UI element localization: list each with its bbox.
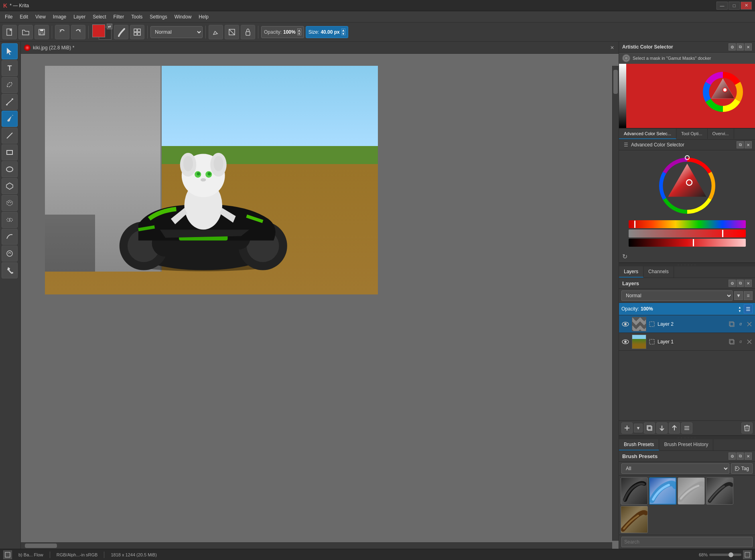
size-up-button[interactable]: ▲ — [341, 28, 345, 32]
fill-tool-button[interactable] — [2, 262, 18, 278]
color-triangle-wheel[interactable] — [655, 154, 719, 218]
move-layer-up-button[interactable] — [669, 422, 680, 434]
adv-color-float-btn[interactable]: ⧉ — [737, 141, 744, 148]
select-shapes-button[interactable] — [130, 25, 144, 39]
open-document-button[interactable] — [18, 25, 33, 39]
acs-color-wheel-container[interactable] — [619, 64, 755, 128]
adv-color-close-btn[interactable]: ✕ — [745, 141, 752, 148]
bp-preset-item-1[interactable] — [621, 477, 648, 505]
statusbar-canvas-btn[interactable] — [743, 550, 752, 559]
layer-2-name[interactable]: Layer 2 — [658, 321, 726, 327]
layers-settings-btn[interactable]: ⚙ — [729, 280, 736, 287]
tab-tool-options[interactable]: Tool Opti... — [676, 129, 708, 139]
layer-row-2[interactable]: Layer 2 α — [619, 315, 755, 333]
bp-preset-item-5[interactable] — [621, 506, 648, 533]
layers-opacity-down[interactable]: ▼ — [738, 309, 742, 312]
layer-1-delete-btn[interactable] — [745, 338, 753, 346]
tab-advanced-color[interactable]: Advanced Color Selec... — [619, 129, 676, 139]
canvas-viewport[interactable] — [21, 54, 619, 549]
color-refresh-button[interactable]: ↻ — [622, 253, 630, 261]
new-document-button[interactable] — [2, 25, 17, 39]
close-button[interactable]: ✕ — [741, 2, 752, 10]
polygon-tool-button[interactable] — [2, 178, 18, 194]
bp-tab-presets[interactable]: Brush Presets — [619, 439, 659, 450]
alpha-lock-button[interactable] — [241, 25, 255, 39]
layers-float-btn[interactable]: ⧉ — [737, 280, 744, 287]
delete-layer-button[interactable] — [741, 422, 753, 434]
canvas-image[interactable] — [45, 66, 378, 294]
line-tool-button[interactable] — [2, 128, 18, 144]
canvas-close-button[interactable]: ✕ — [609, 45, 615, 51]
layer-1-alpha-btn[interactable]: α — [737, 338, 745, 346]
blend-mode-select[interactable]: Normal Multiply Screen Overlay — [150, 26, 203, 38]
preserve-alpha-button[interactable] — [225, 25, 239, 39]
menu-settings[interactable]: Settings — [146, 13, 170, 21]
hue-slider[interactable] — [629, 220, 746, 228]
path-tool-button[interactable] — [2, 94, 18, 110]
bp-settings-btn[interactable]: ⚙ — [729, 452, 736, 460]
undo-button[interactable] — [55, 25, 69, 39]
zoom-slider[interactable] — [709, 554, 741, 556]
duplicate-layer-button[interactable] — [644, 422, 655, 434]
acs-value-strip[interactable] — [619, 64, 626, 128]
acs-close-button[interactable]: ✕ — [745, 43, 752, 51]
layer-2-copy-btn[interactable] — [728, 320, 736, 328]
select-tool-button[interactable] — [2, 43, 18, 59]
bp-float-btn[interactable]: ⧉ — [737, 452, 744, 460]
bp-search-input[interactable] — [621, 537, 753, 547]
bp-preset-item-3[interactable] — [678, 477, 705, 505]
menu-filter[interactable]: Filter — [110, 13, 128, 21]
layer-1-copy-btn[interactable] — [728, 338, 736, 346]
swap-colors-button[interactable]: ⇄ — [107, 24, 112, 29]
layers-opacity-value[interactable]: 100% — [641, 306, 653, 312]
opacity-up-button[interactable]: ▲ — [297, 28, 301, 32]
layers-tab-channels[interactable]: Channels — [643, 266, 674, 278]
zoom-thumb[interactable] — [729, 552, 733, 557]
smart-patch-button[interactable] — [2, 246, 18, 262]
size-down-button[interactable]: ▼ — [341, 32, 345, 35]
brush-tool-button[interactable] — [2, 111, 18, 127]
text-tool-button[interactable]: T — [2, 60, 18, 76]
layers-tab-layers[interactable]: Layers — [619, 266, 643, 278]
layer-2-visibility-btn[interactable] — [621, 319, 630, 329]
add-layer-dropdown-btn[interactable]: ▼ — [634, 424, 643, 432]
ellipse-tool-button[interactable] — [2, 161, 18, 177]
acs-float-button[interactable]: ⧉ — [737, 43, 744, 51]
panel-resize-handle-2[interactable]: · · · · · · — [619, 436, 755, 439]
freehand-select-button[interactable] — [2, 77, 18, 93]
scroll-thumb-vertical[interactable] — [613, 70, 618, 94]
bp-tab-history[interactable]: Brush Preset History — [659, 439, 713, 450]
canvas-tab-title[interactable]: kiki.jpg (22.8 MiB) * — [33, 45, 74, 51]
layer-properties-button[interactable] — [681, 422, 692, 434]
statusbar-canvas-icon[interactable] — [3, 550, 12, 559]
rectangle-tool-button[interactable] — [2, 144, 18, 160]
layer-2-alpha-btn[interactable]: α — [737, 320, 745, 328]
saturation-slider[interactable] — [629, 229, 746, 237]
bp-preset-item-2[interactable] — [649, 477, 676, 505]
menu-select[interactable]: Select — [89, 13, 109, 21]
value-slider-handle[interactable] — [693, 239, 694, 246]
menu-file[interactable]: File — [2, 13, 16, 21]
opacity-value[interactable]: 100% — [283, 29, 296, 35]
layer-1-name[interactable]: Layer 1 — [658, 339, 726, 345]
size-value[interactable]: 40.00 px — [321, 29, 339, 35]
brush-tip-button[interactable] — [114, 25, 128, 39]
layers-opacity-extra-btn[interactable]: ☰ — [744, 304, 753, 313]
value-slider[interactable] — [629, 239, 746, 247]
layers-opacity-up[interactable]: ▲ — [738, 306, 742, 309]
foreground-color-swatch[interactable] — [92, 24, 105, 37]
layers-close-btn[interactable]: ✕ — [745, 280, 752, 287]
opacity-down-button[interactable]: ▼ — [297, 32, 301, 35]
canvas-scroll-horizontal[interactable] — [21, 542, 612, 549]
menu-edit[interactable]: Edit — [16, 13, 31, 21]
layer-2-delete-btn[interactable] — [745, 320, 753, 328]
save-document-button[interactable] — [35, 25, 49, 39]
saturation-slider-handle[interactable] — [722, 230, 723, 237]
layers-filter-btn[interactable]: ▼ — [734, 291, 743, 300]
menu-image[interactable]: Image — [50, 13, 69, 21]
freehand-path-button[interactable] — [2, 229, 18, 245]
layer-row-1[interactable]: Layer 1 α — [619, 333, 755, 351]
menu-help[interactable]: Help — [195, 13, 212, 21]
bp-filter-select[interactable]: All Basic Ink Watercolor — [621, 463, 729, 474]
layers-alpha-btn[interactable]: ≡ — [744, 291, 753, 300]
